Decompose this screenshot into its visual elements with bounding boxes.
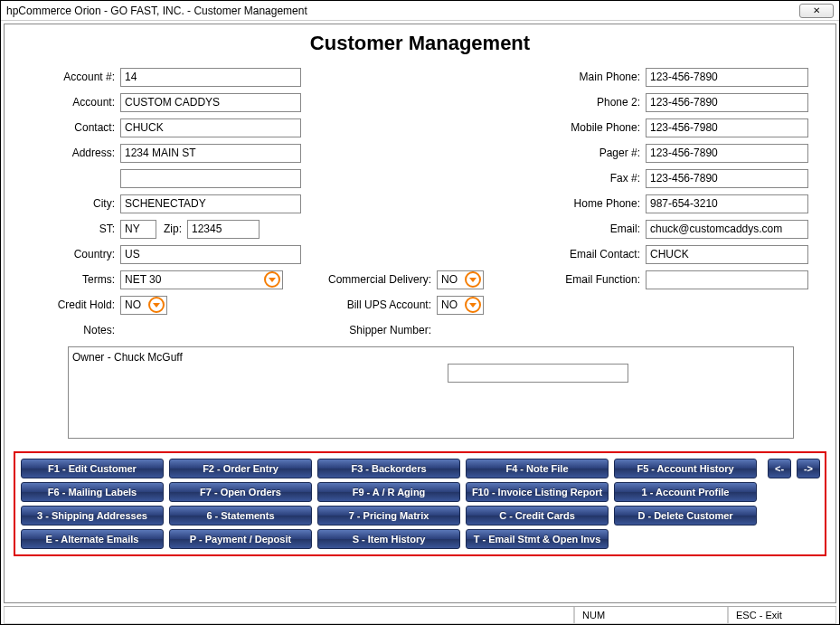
phone2-field[interactable]	[646, 93, 808, 112]
app-window: hpCommerce Orion - GO FAST, INC. - Custo…	[0, 0, 840, 625]
email-field[interactable]	[646, 220, 808, 239]
label-city: City:	[14, 197, 120, 210]
account-no-field[interactable]	[120, 68, 301, 87]
label-main-phone: Main Phone:	[546, 71, 646, 83]
contact-field[interactable]	[120, 118, 301, 137]
f5-account-history-button[interactable]: F5 - Account History	[614, 459, 757, 478]
col-mid: Commercial Delivery: NO Bill UPS Account…	[321, 64, 511, 343]
chevron-down-icon[interactable]	[465, 297, 481, 313]
d-delete-customer-button[interactable]: D - Delete Customer	[614, 506, 757, 526]
7-pricing-matrix-button[interactable]: 7 - Pricing Matrix	[317, 506, 460, 526]
label-contact: Contact:	[14, 121, 120, 134]
f6-mailing-labels-button[interactable]: F6 - Mailing Labels	[21, 482, 164, 502]
f9-ar-aging-button[interactable]: F9 - A / R Aging	[317, 482, 460, 502]
e-alternate-emails-button[interactable]: E - Alternate Emails	[21, 529, 164, 549]
label-commercial-delivery: Commercial Delivery:	[321, 273, 437, 286]
f2-order-entry-button[interactable]: F2 - Order Entry	[169, 459, 312, 478]
status-numlock: NUM	[574, 607, 728, 624]
prev-button[interactable]: <-	[768, 459, 791, 478]
f3-backorders-button[interactable]: F3 - Backorders	[317, 459, 460, 478]
label-email-function: Email Function:	[546, 273, 646, 286]
notes-field[interactable]: Owner - Chuck McGuff	[68, 346, 794, 439]
s-item-history-button[interactable]: S - Item History	[317, 529, 460, 549]
1-account-profile-button[interactable]: 1 - Account Profile	[614, 482, 757, 502]
label-email-contact: Email Contact:	[546, 248, 646, 260]
mobile-phone-field[interactable]	[646, 118, 808, 137]
f4-note-file-button[interactable]: F4 - Note File	[466, 459, 609, 478]
city-field[interactable]	[120, 194, 301, 213]
label-pager: Pager #:	[546, 147, 646, 159]
3-shipping-addresses-button[interactable]: 3 - Shipping Addresses	[21, 506, 164, 526]
credit-hold-dropdown[interactable]: NO	[120, 296, 167, 315]
label-notes: Notes:	[14, 324, 120, 336]
col-right: Main Phone: Phone 2: Mobile Phone: Pager…	[546, 64, 826, 343]
bill-ups-dropdown[interactable]: NO	[437, 296, 484, 315]
bill-ups-value: NO	[438, 298, 461, 311]
p-payment-deposit-button[interactable]: P - Payment / Deposit	[169, 529, 312, 549]
close-button[interactable]: ✕	[799, 4, 834, 18]
label-shipper-number: Shipper Number:	[321, 324, 437, 336]
form-area: Account #: Account: Contact: Address: Ci…	[14, 64, 826, 343]
state-field[interactable]	[120, 220, 156, 239]
label-country: Country:	[14, 248, 120, 260]
terms-dropdown[interactable]: NET 30	[120, 270, 283, 289]
next-button[interactable]: ->	[797, 459, 820, 478]
f7-open-orders-button[interactable]: F7 - Open Orders	[169, 482, 312, 502]
status-bar: NUM ESC - Exit	[4, 606, 836, 624]
label-home-phone: Home Phone:	[546, 197, 646, 210]
label-address: Address:	[14, 147, 120, 159]
main-phone-field[interactable]	[646, 68, 808, 87]
c-credit-cards-button[interactable]: C - Credit Cards	[466, 506, 609, 526]
f10-invoice-listing-button[interactable]: F10 - Invoice Listing Report	[466, 482, 609, 502]
terms-value: NET 30	[121, 273, 260, 286]
fax-field[interactable]	[646, 169, 808, 188]
function-button-bar: F1 - Edit Customer F2 - Order Entry F3 -…	[14, 451, 826, 556]
chevron-down-icon[interactable]	[264, 271, 280, 288]
label-fax: Fax #:	[546, 172, 646, 185]
close-icon: ✕	[813, 5, 820, 15]
label-credit-hold: Credit Hold:	[14, 298, 120, 311]
f1-edit-customer-button[interactable]: F1 - Edit Customer	[21, 459, 164, 478]
country-field[interactable]	[120, 245, 301, 264]
status-esc-exit: ESC - Exit	[728, 607, 836, 624]
address2-field[interactable]	[120, 169, 301, 188]
client-area: Customer Management Account #: Account: …	[4, 24, 836, 603]
6-statements-button[interactable]: 6 - Statements	[169, 506, 312, 526]
label-mobile-phone: Mobile Phone:	[546, 121, 646, 134]
label-bill-ups: Bill UPS Account:	[321, 298, 437, 311]
chevron-down-icon[interactable]	[465, 271, 481, 288]
pager-field[interactable]	[646, 144, 808, 163]
page-title: Customer Management	[14, 32, 826, 55]
credit-hold-value: NO	[121, 298, 145, 311]
commercial-delivery-value: NO	[438, 273, 461, 286]
account-field[interactable]	[120, 93, 301, 112]
label-account-no: Account #:	[14, 71, 120, 83]
email-function-field[interactable]	[646, 270, 808, 289]
label-zip: Zip:	[156, 223, 187, 235]
col-left: Account #: Account: Contact: Address: Ci…	[14, 64, 312, 343]
label-email: Email:	[546, 223, 646, 235]
commercial-delivery-dropdown[interactable]: NO	[437, 270, 484, 289]
label-st: ST:	[14, 223, 120, 235]
zip-field[interactable]	[187, 220, 260, 239]
home-phone-field[interactable]	[646, 194, 808, 213]
t-email-stmt-button[interactable]: T - Email Stmt & Open Invs	[466, 529, 609, 549]
email-contact-field[interactable]	[646, 245, 808, 264]
window-title: hpCommerce Orion - GO FAST, INC. - Custo…	[6, 5, 799, 17]
chevron-down-icon[interactable]	[148, 297, 165, 313]
status-blank	[4, 607, 574, 624]
label-account: Account:	[14, 96, 120, 109]
shipper-number-field[interactable]	[448, 364, 628, 383]
address1-field[interactable]	[120, 144, 301, 163]
label-phone2: Phone 2:	[546, 96, 646, 109]
label-terms: Terms:	[14, 273, 120, 286]
titlebar: hpCommerce Orion - GO FAST, INC. - Custo…	[1, 1, 839, 21]
